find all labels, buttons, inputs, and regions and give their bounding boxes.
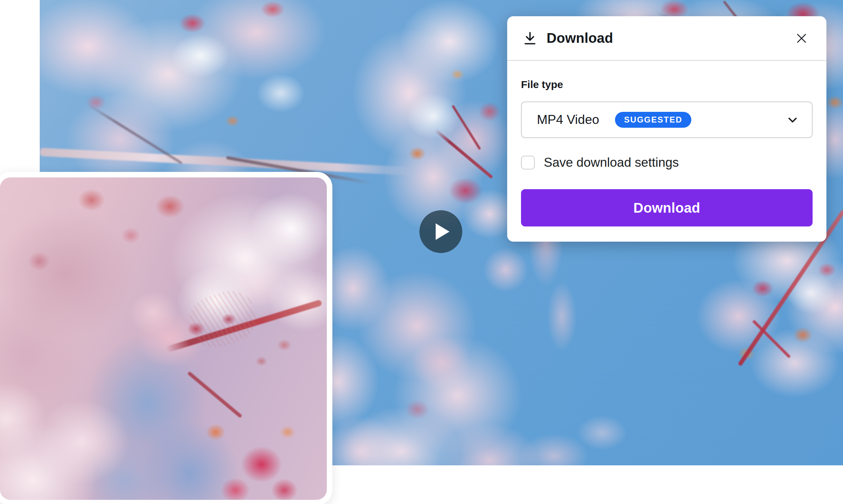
branch-decoration: [434, 129, 493, 179]
download-dialog: Download File type MP4 Video SUGGESTED S…: [507, 16, 826, 242]
close-button[interactable]: [792, 29, 811, 48]
inset-image-card: [0, 172, 332, 504]
checkbox-icon[interactable]: [521, 156, 535, 169]
branch-decoration: [452, 105, 481, 150]
play-icon: [436, 223, 449, 240]
dialog-title: Download: [547, 30, 613, 46]
file-type-selected-value: MP4 Video: [537, 113, 599, 127]
dialog-body: File type MP4 Video SUGGESTED Save downl…: [507, 79, 826, 226]
save-settings-checkbox[interactable]: Save download settings: [521, 155, 813, 170]
canva-download-screen: Download File type MP4 Video SUGGESTED S…: [0, 0, 843, 504]
download-icon: [522, 31, 538, 46]
branch-decoration: [187, 371, 243, 418]
save-settings-label: Save download settings: [544, 155, 679, 170]
suggested-badge: SUGGESTED: [615, 112, 691, 128]
file-type-select[interactable]: MP4 Video SUGGESTED: [521, 101, 813, 138]
download-button[interactable]: Download: [521, 189, 813, 226]
inset-image: [0, 177, 327, 500]
close-icon: [794, 30, 809, 46]
branch-decoration: [40, 148, 413, 175]
chevron-down-icon: [786, 113, 799, 127]
play-button[interactable]: [419, 210, 462, 253]
dialog-header: Download: [507, 16, 826, 61]
file-type-label: File type: [521, 79, 813, 90]
